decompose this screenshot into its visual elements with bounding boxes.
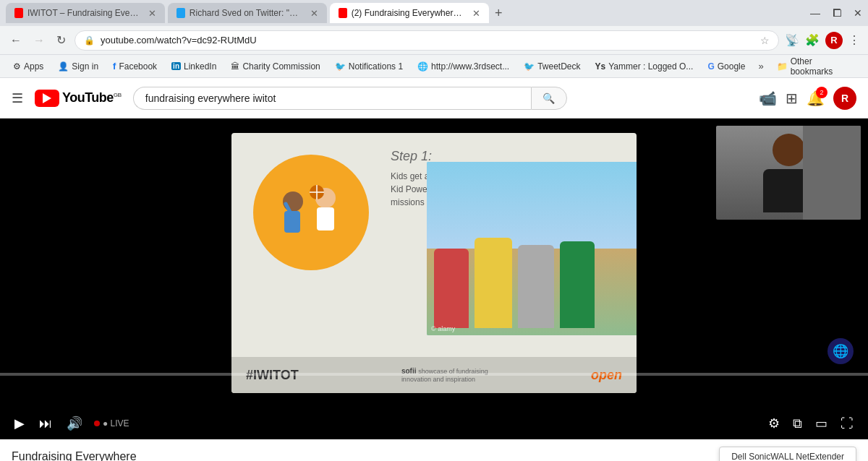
hamburger-menu-icon[interactable]: ☰: [12, 90, 23, 106]
tab-twitter[interactable]: Richard Sved on Twitter: "Fundra... ✕: [168, 3, 327, 23]
fullscreen-button[interactable]: ⛶: [838, 413, 856, 434]
globe-icon[interactable]: 🌐: [827, 338, 854, 364]
minimize-button[interactable]: —: [810, 7, 820, 19]
below-video-bar: Fundraising Everywhere Dell SonicWALL Ne…: [0, 439, 868, 461]
youtube-logo-icon: [35, 90, 59, 107]
tab2-close[interactable]: ✕: [310, 8, 318, 19]
bookmark-linkedin-label: LinkedIn: [184, 61, 216, 72]
notification-badge: 2: [816, 87, 827, 98]
tab3-label: (2) Fundraising Everywhere - You...: [352, 8, 465, 18]
url-box[interactable]: 🔒 youtube.com/watch?v=dc92-RUtMdU ☆: [75, 30, 779, 51]
menu-icon[interactable]: ⋮: [848, 33, 861, 47]
bookmark-facebook-label: Facebook: [119, 61, 157, 72]
bookmark-apps-label: Apps: [24, 61, 43, 72]
maximize-button[interactable]: ⧠: [832, 7, 842, 19]
skip-button[interactable]: ⏭: [36, 413, 55, 434]
bookmark-notifications[interactable]: 🐦 Notifications 1: [329, 59, 409, 74]
charity-icon: 🏛: [231, 61, 239, 72]
google-icon: G: [707, 61, 714, 72]
apps-grid-icon[interactable]: ⊞: [786, 90, 798, 107]
kids-photo-overlay: © alamy: [427, 162, 637, 335]
linkedin-icon: in: [171, 62, 181, 70]
bookmark-charity-label: Charity Commission: [242, 61, 320, 72]
bookmark-tweetdeck-label: TweetDeck: [537, 61, 580, 72]
title-bar: IWITOT – Fundraising Everywhere ✕ Richar…: [0, 0, 868, 26]
yammer-icon: Ys: [595, 61, 606, 72]
notifications-icon[interactable]: 🔔 2: [807, 90, 825, 107]
slide-circle: [253, 155, 369, 270]
bookmark-yammer-label: Yammer : Logged O...: [608, 61, 693, 72]
settings-button[interactable]: ⚙: [765, 413, 783, 434]
bookmark-3rdsect[interactable]: 🌐 http://www.3rdsect...: [412, 59, 515, 74]
tab1-close[interactable]: ✕: [148, 8, 156, 19]
tab3-close[interactable]: ✕: [472, 8, 480, 19]
youtube-header: ☰ YouTubeGB 🔍 📹 ⊞ 🔔 2 R: [0, 78, 868, 119]
tab3-favicon: [339, 8, 347, 18]
bookmark-google-label: Google: [718, 61, 746, 72]
profile-icon[interactable]: R: [825, 32, 843, 49]
bookmark-google[interactable]: G Google: [702, 59, 751, 74]
miniplayer-button[interactable]: ⧉: [790, 413, 805, 434]
bookmarks-bar: ⚙ Apps 👤 Sign in f Facebook in LinkedIn …: [0, 55, 868, 78]
svg-rect-4: [317, 207, 334, 231]
bookmark-linkedin[interactable]: in LinkedIn: [166, 59, 222, 74]
back-button[interactable]: ←: [7, 31, 25, 50]
folder-icon: 📁: [777, 61, 788, 72]
bookmark-3rdsect-label: http://www.3rdsect...: [431, 61, 509, 72]
alamy-credit: © alamy: [431, 325, 455, 332]
svg-point-0: [283, 191, 303, 212]
cast-icon[interactable]: 📡: [785, 33, 799, 47]
search-container: 🔍: [133, 87, 567, 110]
browser-toolbar-right: 📡 🧩 R ⋮: [785, 32, 861, 49]
other-bookmarks[interactable]: 📁 Other bookmarks: [771, 55, 861, 78]
close-button[interactable]: ✕: [854, 7, 862, 19]
window-controls: — ⧠ ✕: [810, 7, 862, 19]
webcam-overlay: [716, 126, 861, 220]
tab-youtube-active[interactable]: (2) Fundraising Everywhere - You... ✕: [330, 3, 489, 23]
video-player[interactable]: Step 1: Kids get active with the UNICEF …: [0, 119, 868, 408]
youtube-header-right: 📹 ⊞ 🔔 2 R: [759, 87, 856, 110]
search-button[interactable]: 🔍: [531, 87, 567, 110]
3rdsect-icon: 🌐: [417, 61, 428, 72]
bookmark-star-icon[interactable]: ☆: [760, 35, 770, 46]
live-dot: [94, 421, 100, 426]
apps-icon: ⚙: [13, 61, 21, 72]
bookmark-notifications-label: Notifications 1: [349, 61, 403, 72]
volume-button[interactable]: 🔊: [64, 413, 85, 434]
tab-iwitot[interactable]: IWITOT – Fundraising Everywhere ✕: [6, 3, 165, 23]
extensions-icon[interactable]: 🧩: [805, 33, 820, 47]
url-display: youtube.com/watch?v=dc92-RUtMdU: [101, 35, 754, 46]
video-progress-bar[interactable]: [0, 373, 868, 376]
user-avatar[interactable]: R: [833, 87, 856, 110]
kids-illustration: [260, 162, 362, 263]
bookmark-signin-label: Sign in: [72, 61, 98, 72]
video-controls-bar: ▶ ⏭ 🔊 ● LIVE ⚙ ⧉ ▭ ⛶: [0, 408, 868, 439]
notification-popup[interactable]: Dell SonicWALL NetExtender: [719, 447, 856, 461]
bookmark-apps[interactable]: ⚙ Apps: [7, 59, 49, 74]
new-tab-button[interactable]: +: [492, 6, 506, 21]
reload-button[interactable]: ↻: [54, 30, 69, 50]
play-button[interactable]: ▶: [12, 413, 27, 434]
search-input[interactable]: [133, 87, 531, 110]
bookmark-facebook[interactable]: f Facebook: [107, 59, 163, 74]
notifications-bm-icon: 🐦: [335, 61, 346, 72]
bookmark-signin[interactable]: 👤 Sign in: [52, 59, 104, 74]
forward-button[interactable]: →: [30, 31, 48, 50]
video-camera-icon[interactable]: 📹: [759, 90, 777, 107]
tab1-label: IWITOT – Fundraising Everywhere: [27, 8, 141, 18]
video-content: Step 1: Kids get active with the UNICEF …: [0, 119, 868, 408]
youtube-logo-text: YouTubeGB: [62, 90, 122, 105]
youtube-logo[interactable]: YouTubeGB: [35, 90, 122, 107]
address-bar: ← → ↻ 🔒 youtube.com/watch?v=dc92-RUtMdU …: [0, 26, 868, 55]
bookmarks-more-button[interactable]: »: [754, 59, 767, 74]
bookmark-charity[interactable]: 🏛 Charity Commission: [225, 59, 326, 74]
facebook-icon: f: [113, 61, 116, 72]
theater-mode-button[interactable]: ▭: [812, 413, 830, 434]
bookmark-yammer[interactable]: Ys Yammer : Logged O...: [590, 59, 699, 74]
tab1-favicon: [14, 8, 23, 18]
lock-icon: 🔒: [84, 35, 95, 46]
signin-icon: 👤: [58, 61, 69, 72]
tab2-favicon: [176, 8, 185, 18]
video-controls-right: ⚙ ⧉ ▭ ⛶: [765, 413, 856, 434]
bookmark-tweetdeck[interactable]: 🐦 TweetDeck: [518, 59, 586, 74]
